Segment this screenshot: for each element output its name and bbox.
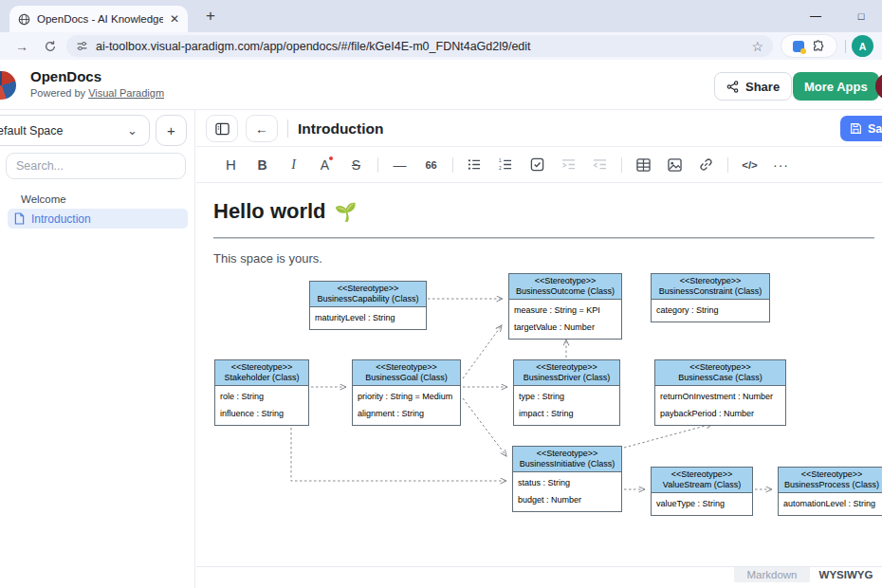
doc-body-text: This space is yours. xyxy=(213,251,322,266)
sidebar: Default Space ⌄ + Welcome Introduction xyxy=(0,110,195,588)
sidebar-item-introduction[interactable]: Introduction xyxy=(8,209,188,229)
formatting-toolbar: H B I A S — 66 12 xyxy=(196,147,882,183)
indent-button[interactable] xyxy=(553,153,584,177)
toolbar-divider xyxy=(621,157,622,173)
font-color-button[interactable]: A xyxy=(309,153,340,177)
share-button[interactable]: Share xyxy=(714,72,792,101)
tab-wysiwyg[interactable]: WYSIWYG xyxy=(810,567,882,582)
doc-heading-text: Hello world xyxy=(213,199,326,224)
app-name: OpenDocs xyxy=(30,68,101,84)
navbar-separator xyxy=(845,40,846,53)
bookmark-star-icon[interactable]: ☆ xyxy=(751,39,763,54)
editor-main: ← Introduction Save H B I A S — 66 xyxy=(196,110,882,588)
more-tools-button[interactable]: ··· xyxy=(765,153,797,177)
visual-paradigm-link[interactable]: Visual Paradigm xyxy=(88,87,164,99)
editor-topbar: ← Introduction Save xyxy=(196,110,882,147)
outdent-button[interactable] xyxy=(584,153,616,177)
color-dot xyxy=(329,156,333,160)
browser-tab[interactable]: OpenDocs - AI Knowledge Base ✕ xyxy=(9,6,188,32)
back-button[interactable]: ← xyxy=(246,115,278,142)
svg-text:1: 1 xyxy=(499,158,502,163)
reload-button[interactable] xyxy=(40,36,61,57)
browser-tabstrip: OpenDocs - AI Knowledge Base ✕ + — □ xyxy=(0,0,882,32)
numbered-list-button[interactable]: 12 xyxy=(490,153,522,177)
globe-favicon-icon xyxy=(18,13,30,26)
italic-button[interactable]: I xyxy=(278,153,309,177)
doc-heading-rule xyxy=(213,237,874,239)
address-bar[interactable]: ai-toolbox.visual-paradigm.com/app/opend… xyxy=(66,35,773,57)
topbar-divider xyxy=(287,119,288,138)
code-button[interactable]: </> xyxy=(734,153,765,177)
sidebar-search[interactable] xyxy=(6,153,186,179)
extension-icon[interactable] xyxy=(793,41,804,52)
document-title: Introduction xyxy=(298,110,383,147)
heading-button[interactable]: H xyxy=(215,153,247,177)
table-button[interactable] xyxy=(628,153,659,177)
site-info-icon[interactable] xyxy=(76,40,88,52)
document-icon xyxy=(14,212,25,225)
svg-text:2: 2 xyxy=(499,166,502,171)
extensions-pill xyxy=(781,34,837,58)
app-header: OpenDocs Powered by Visual Paradigm Shar… xyxy=(0,60,882,110)
seedling-emoji-icon: 🌱 xyxy=(335,201,358,223)
sidebar-section-welcome: Welcome xyxy=(21,193,66,205)
powered-by: Powered by Visual Paradigm xyxy=(30,87,164,99)
image-button[interactable] xyxy=(659,153,690,177)
tab-markdown[interactable]: Markdown xyxy=(734,567,810,582)
save-button[interactable]: Save xyxy=(840,116,882,141)
forward-button[interactable]: → xyxy=(11,36,32,57)
bullet-list-button[interactable] xyxy=(459,153,490,177)
browser-navbar: → ai-toolbox.visual-paradigm.com/app/ope… xyxy=(0,32,882,60)
tab-close-icon[interactable]: ✕ xyxy=(170,12,179,26)
search-input[interactable] xyxy=(7,154,185,178)
chevron-down-icon: ⌄ xyxy=(127,123,138,138)
horizontal-rule-button[interactable]: — xyxy=(384,153,415,177)
space-selector[interactable]: Default Space ⌄ xyxy=(0,115,150,146)
toolbar-divider xyxy=(377,157,378,173)
share-label: Share xyxy=(745,80,780,94)
more-apps-button[interactable]: More Apps xyxy=(793,72,879,101)
link-button[interactable] xyxy=(690,153,722,177)
url-text[interactable]: ai-toolbox.visual-paradigm.com/app/opend… xyxy=(96,40,744,53)
browser-profile-avatar[interactable]: A xyxy=(852,35,873,57)
new-tab-button[interactable]: + xyxy=(199,5,222,28)
save-label: Save xyxy=(868,122,882,136)
extensions-puzzle-icon[interactable] xyxy=(812,40,825,53)
save-floppy-icon xyxy=(850,122,862,135)
powered-by-prefix: Powered by xyxy=(30,87,88,99)
task-list-button[interactable] xyxy=(522,153,553,177)
font-color-label: A xyxy=(321,157,329,173)
share-icon xyxy=(726,81,739,93)
doc-heading: Hello world 🌱 xyxy=(213,199,357,224)
window-maximize-button[interactable]: □ xyxy=(842,0,880,32)
opendocs-logo-icon xyxy=(0,71,16,100)
toolbar-divider xyxy=(727,157,728,173)
toggle-sidebar-button[interactable] xyxy=(206,115,238,142)
blockquote-button[interactable]: 66 xyxy=(415,153,447,177)
space-selector-label: Default Space xyxy=(0,124,127,138)
bold-button[interactable]: B xyxy=(247,153,278,177)
tab-title: OpenDocs - AI Knowledge Base xyxy=(37,13,163,25)
window-minimize-button[interactable]: — xyxy=(797,0,835,32)
add-space-button[interactable]: + xyxy=(156,115,187,146)
browser-window: OpenDocs - AI Knowledge Base ✕ + — □ → a… xyxy=(0,0,882,588)
strikethrough-button[interactable]: S xyxy=(340,153,372,177)
sidebar-item-label: Introduction xyxy=(31,212,91,226)
toolbar-divider xyxy=(452,157,453,173)
editor-mode-bar: Markdown WYSIWYG xyxy=(196,566,882,582)
